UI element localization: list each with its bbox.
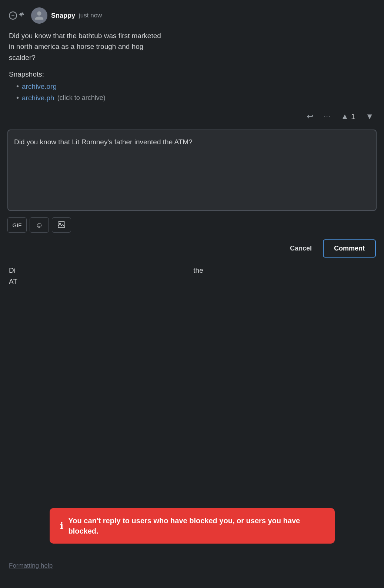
next-post-line2: AT <box>9 278 17 285</box>
next-post-text: Di the AT <box>9 265 375 287</box>
post-body: Did you know that the bathtub was first … <box>9 30 375 63</box>
upvote-button[interactable]: ▲ 1 <box>339 110 357 123</box>
more-button[interactable]: ··· <box>322 110 332 123</box>
downvote-button[interactable]: ▼ <box>364 110 375 123</box>
avatar <box>31 7 47 24</box>
post-actions: ↩ ··· ▲ 1 ▼ <box>9 105 375 130</box>
archive-org-link[interactable]: archive.org <box>22 83 57 91</box>
archive-ph-suffix: (click to archive) <box>57 94 106 102</box>
image-button[interactable] <box>52 217 71 233</box>
avatar-icon <box>34 10 44 21</box>
more-icon: ··· <box>324 112 330 121</box>
emoji-button[interactable]: ☺ <box>30 217 49 233</box>
post-body-line1: Did you know that the bathtub was first … <box>9 32 161 40</box>
formatting-help-link[interactable]: Formatting help <box>9 562 53 569</box>
pin-icon <box>18 10 30 21</box>
post-container: Snappy just now Did you know that the ba… <box>0 0 384 130</box>
reply-icon: ↩ <box>307 112 313 121</box>
emoji-icon: ☺ <box>36 221 43 229</box>
collapse-icon[interactable] <box>9 11 17 20</box>
post-body-line2: in north america as a horse trough and h… <box>9 43 143 50</box>
reply-button[interactable]: ↩ <box>305 110 315 123</box>
list-item: archive.org <box>16 82 375 91</box>
list-item: archive.ph (click to archive) <box>16 94 375 102</box>
vote-count: 1 <box>351 112 355 121</box>
snapshot-list: archive.org archive.ph (click to archive… <box>16 82 375 102</box>
comment-button[interactable]: Comment <box>323 239 376 258</box>
next-post-end: the <box>193 266 203 274</box>
reply-box-container: GIF ☺ Cancel Comment <box>0 130 384 258</box>
cancel-button[interactable]: Cancel <box>284 241 318 256</box>
error-icon: ℹ <box>60 521 63 531</box>
next-post-preview: Di the AT <box>0 265 384 287</box>
post-timestamp: just now <box>79 12 102 19</box>
error-message: You can't reply to users who have blocke… <box>69 515 324 536</box>
reply-textarea[interactable] <box>7 130 377 211</box>
snapshots-label: Snapshots: <box>9 70 375 78</box>
svg-rect-0 <box>58 222 65 228</box>
header-icons <box>9 11 27 20</box>
upvote-icon: ▲ <box>341 112 349 121</box>
gif-button[interactable]: GIF <box>7 217 27 233</box>
next-post-start: Di <box>9 266 16 274</box>
error-banner: ℹ You can't reply to users who have bloc… <box>50 508 335 544</box>
reply-actions: Cancel Comment <box>7 239 377 258</box>
image-icon <box>58 221 65 229</box>
archive-ph-link[interactable]: archive.ph <box>22 94 54 102</box>
downvote-icon: ▼ <box>365 112 374 121</box>
author-name[interactable]: Snappy <box>51 12 75 20</box>
post-header: Snappy just now <box>9 7 375 24</box>
reply-toolbar: GIF ☺ <box>7 217 377 233</box>
post-body-line3: scalder? <box>9 54 36 61</box>
